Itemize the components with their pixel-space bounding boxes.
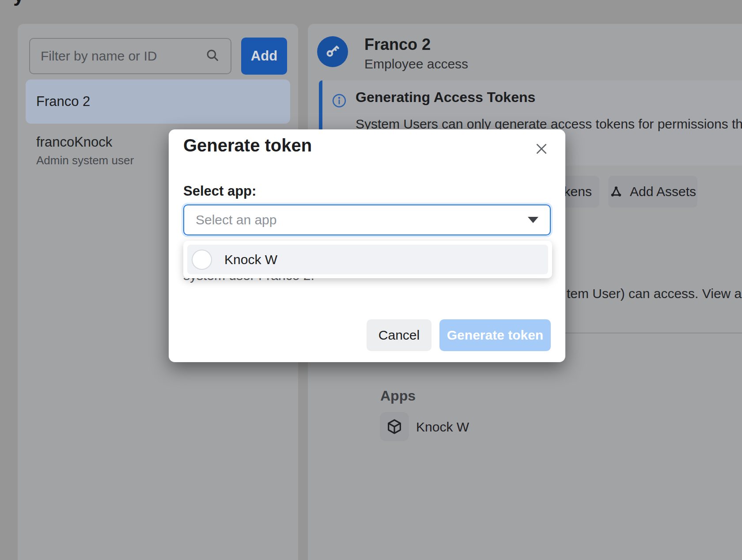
select-app-label: Select app: [183,183,256,199]
filter-input[interactable]: Filter by name or ID [29,38,231,74]
key-icon [324,42,341,61]
assets-icon [610,185,623,198]
info-banner-title: Generating Access Tokens [356,89,535,106]
list-item-franco2[interactable]: Franco 2 [26,79,290,124]
close-icon[interactable] [532,139,551,159]
app-select-menu: Knock W [183,241,552,278]
app-option-knock-w[interactable]: Knock W [187,245,548,274]
clipped-page-heading: y [13,0,24,6]
generate-token-modal: Generate token Select app: Select an app… [169,129,565,362]
list-item-name: Franco 2 [36,94,90,110]
add-assets-button[interactable]: Add Assets [608,176,697,208]
modal-title: Generate token [183,136,312,155]
app-option-label: Knock W [224,252,277,267]
generate-token-submit-button[interactable]: Generate token [439,319,551,351]
chevron-down-icon [528,217,538,223]
apps-section-header: Apps [380,388,416,404]
search-icon [205,48,220,64]
radio-unselected-icon [192,250,212,270]
app-cube-icon [380,412,409,441]
system-user-title: Franco 2 [364,35,431,54]
system-user-avatar [317,36,348,67]
app-select-dropdown[interactable]: Select an app [183,204,551,235]
filter-placeholder: Filter by name or ID [41,49,205,64]
cancel-label: Cancel [379,328,420,343]
add-user-label: Add [251,48,277,64]
cancel-button[interactable]: Cancel [367,319,432,351]
select-placeholder: Select an app [196,212,528,227]
add-user-button[interactable]: Add [241,38,287,75]
info-icon [331,93,347,110]
generate-token-submit-label: Generate token [447,328,543,343]
system-user-role: Employee access [364,57,468,72]
add-assets-label: Add Assets [630,184,696,199]
app-list-item[interactable]: Knock W [416,420,469,435]
assets-description-fragment: tem User) can access. View and [567,286,742,301]
